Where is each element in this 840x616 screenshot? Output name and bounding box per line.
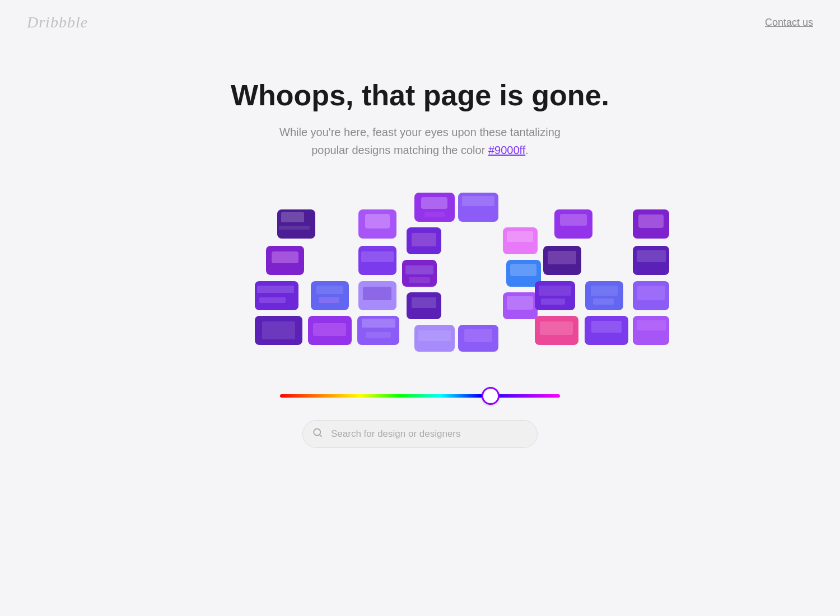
mosaic-card [585,316,628,345]
contact-link[interactable]: Contact us [765,17,813,29]
mosaic-card [633,316,669,345]
mosaic-card [554,209,592,239]
logo: Dribbble [27,13,88,31]
mosaic-card [255,316,302,345]
mosaic-card [358,209,396,239]
color-link[interactable]: #9000ff [488,144,525,156]
color-slider[interactable] [280,394,560,398]
mosaic-card [358,246,396,275]
error-title: Whoops, that page is gone. [231,78,609,112]
subtitle-text-1: While you're here, feast your eyes upon … [279,126,561,138]
svg-line-1 [319,435,321,436]
mosaic-card [503,292,538,319]
mosaic-card [407,292,441,319]
subtitle-text-2: popular designs matching the color [311,144,485,156]
mosaic-card [458,193,498,222]
main-content: Whoops, that page is gone. While you're … [0,45,840,448]
mosaic-card [458,325,498,352]
mosaic-card [633,209,669,239]
mosaic-card [407,227,441,254]
mosaic-card [414,193,455,222]
mosaic-card [503,227,538,254]
mosaic-card [535,281,575,310]
mosaic-card [308,316,352,345]
mosaic-card [535,316,578,345]
mosaic-card [585,281,623,310]
error-404-mosaic [224,187,616,366]
mosaic-card [277,209,315,239]
mosaic-card [414,325,455,352]
search-container [302,420,538,448]
mosaic-card [633,281,669,310]
mosaic-card [266,246,304,275]
mosaic-card [311,281,349,310]
mosaic-card [255,281,298,310]
search-input[interactable] [302,420,538,448]
mosaic-card [358,281,396,310]
mosaic-card [633,246,669,275]
site-header: Dribbble Contact us [0,0,840,45]
color-slider-container [280,394,560,398]
error-subtitle: While you're here, feast your eyes upon … [279,123,561,159]
mosaic-card [357,316,399,345]
mosaic-card [543,246,581,275]
search-icon [312,428,323,441]
mosaic-card [402,260,437,287]
